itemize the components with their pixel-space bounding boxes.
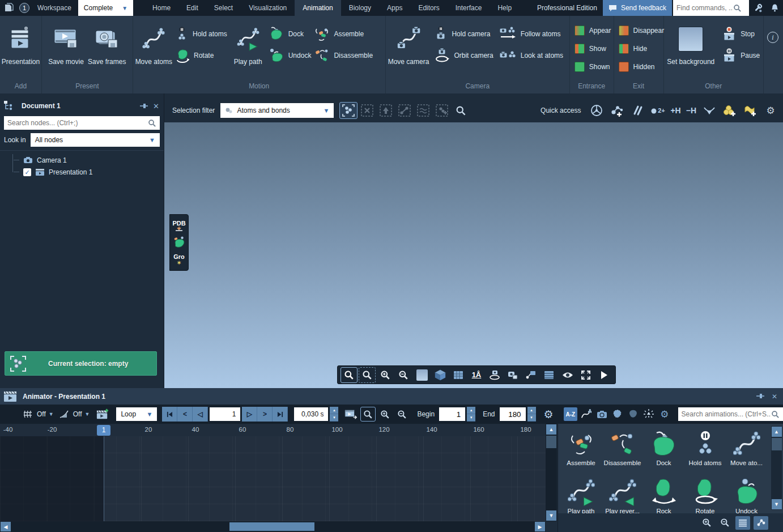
library-scrollbar[interactable]: ▲ ▼ [771,426,782,510]
look-at-atoms-button[interactable]: Look at atoms [499,49,563,62]
pin-icon[interactable] [756,393,765,401]
add-group-icon[interactable] [721,102,739,119]
filter-groups-icon[interactable] [627,407,640,421]
pause-button[interactable]: Pause [722,49,760,62]
add-hydrogens-button[interactable]: +H [669,106,682,115]
spin-down-button[interactable]: ▼ [467,414,475,422]
scroll-right-button[interactable]: ▶ [535,522,545,531]
orbit-camera-button[interactable]: Orbit camera [435,49,493,62]
search-icon[interactable] [148,119,156,127]
add-atom-icon[interactable] [608,102,626,119]
look-in-dropdown[interactable]: All nodes ▼ [31,133,160,147]
search-icon[interactable] [771,410,780,419]
add-animation-button[interactable] [95,407,110,422]
document-count-badge[interactable]: 1 [19,3,29,13]
presentation-button[interactable]: Presentation [2,16,39,66]
menu-visualization[interactable]: Visualization [241,0,295,16]
scrollbar-thumb[interactable] [546,436,556,448]
interpolation-dropdown[interactable]: Off ▼ [59,409,90,419]
remove-hydrogens-button[interactable]: −H [684,106,698,115]
hide-button[interactable]: Hide [619,42,665,56]
first-frame-button[interactable] [162,407,177,422]
select-up-button[interactable] [377,102,395,119]
frame-time-input[interactable] [299,410,324,418]
filter-atoms-icon[interactable] [611,407,624,421]
begin-frame-input[interactable] [444,410,461,419]
play-path-button[interactable]: Play path [231,16,266,66]
disassemble-button[interactable]: Disassemble [314,49,373,62]
library-zoom-out-button[interactable] [717,516,732,530]
menu-editors[interactable]: Editors [410,0,447,16]
previous-keyframe-button[interactable]: < [177,407,193,422]
build-molecule-button[interactable] [171,234,188,251]
clear-selection-button[interactable] [358,102,376,119]
label-button[interactable] [522,367,539,383]
menu-interface[interactable]: Interface [448,0,490,16]
zoom-selection-button[interactable] [452,102,470,119]
viewport[interactable]: Selection filter Atoms and bonds ▼ Quick… [164,93,783,388]
add-to-selection-button[interactable] [433,102,451,119]
zoom-out-button[interactable] [395,367,412,383]
menu-home[interactable]: Home [144,0,178,16]
menu-animation[interactable]: Animation [295,0,341,16]
scale-indicator[interactable]: 1Å [468,367,485,383]
move-camera-button[interactable]: Move camera [388,16,429,66]
timeline-track-area[interactable] [0,436,546,521]
preset-move-atoms[interactable]: Move ato... [726,426,767,474]
dock-button[interactable]: Dock [269,27,312,41]
stop-button[interactable]: Stop [722,27,760,41]
find-commands-input[interactable] [676,4,733,12]
menu-edit[interactable]: Edit [178,0,206,16]
menu-select[interactable]: Select [206,0,241,16]
background-button[interactable] [414,367,431,383]
filter-camera-icon[interactable] [595,407,608,421]
periodic-table-icon[interactable] [588,102,606,119]
zoom-tool-button[interactable] [341,367,358,383]
workspace-mode-dropdown[interactable]: Complete ▼ [78,0,133,16]
filter-light-icon[interactable] [642,407,656,421]
scroll-up-button[interactable]: ▲ [772,427,782,437]
menu-biology[interactable]: Biology [341,0,379,16]
settings-plus-icon[interactable]: ⚙ [761,102,780,119]
info-icon[interactable]: i [767,32,778,43]
orientation-cube-button[interactable] [432,367,449,383]
zoom-in-button[interactable] [377,367,394,383]
current-frame-marker[interactable]: 1 [97,425,110,436]
grid-snap-dropdown[interactable]: Off ▼ [23,409,54,419]
spin-up-button[interactable]: ▲ [330,407,338,414]
search-icon[interactable] [733,4,742,12]
next-keyframe-button[interactable]: > [257,407,273,422]
search-animations-input[interactable] [682,410,771,418]
scroll-down-button[interactable]: ▼ [772,499,782,509]
timeline-ruler[interactable]: -40 -20 1 20 40 60 80 100 120 140 160 18… [0,424,546,436]
camera-orbit-button[interactable] [486,367,503,383]
show-button[interactable]: Show [575,42,611,56]
documents-icon[interactable] [3,3,15,13]
spin-up-button[interactable]: ▲ [467,407,475,414]
close-icon[interactable]: ✕ [153,102,159,110]
save-view-button[interactable] [504,367,521,383]
add-shape-icon[interactable] [741,102,759,119]
save-frames-button[interactable]: Save frames [88,16,126,66]
current-frame-input[interactable] [214,410,236,418]
sort-az-button[interactable]: A-Z [564,407,577,421]
close-icon[interactable]: ✕ [772,393,777,401]
notifications-bell-icon[interactable] [766,0,783,16]
menu-apps[interactable]: Apps [379,0,410,16]
spin-up-button[interactable]: ▲ [527,407,536,414]
save-movie-button[interactable]: Save movie [48,16,84,66]
fit-timeline-button[interactable] [360,407,376,422]
preset-assemble[interactable]: Assemble [560,426,602,474]
undock-button[interactable]: Undock [269,49,312,62]
spin-down-button[interactable]: ▼ [527,414,536,422]
current-selection-status[interactable]: Current selection: empty [5,351,157,376]
ion-charge-icon[interactable]: 2+ [649,102,667,119]
filter-path-icon[interactable] [580,407,593,421]
timeline-playhead[interactable] [104,436,104,521]
tree-node-camera[interactable]: Camera 1 [14,154,164,166]
hold-atoms-button[interactable]: Hold atoms [176,27,227,41]
disappear-button[interactable]: Disappear [619,24,665,37]
fullscreen-button[interactable] [577,367,594,383]
animator-settings-gear-icon[interactable]: ⚙ [541,407,556,422]
select-similar-button[interactable] [414,102,432,119]
